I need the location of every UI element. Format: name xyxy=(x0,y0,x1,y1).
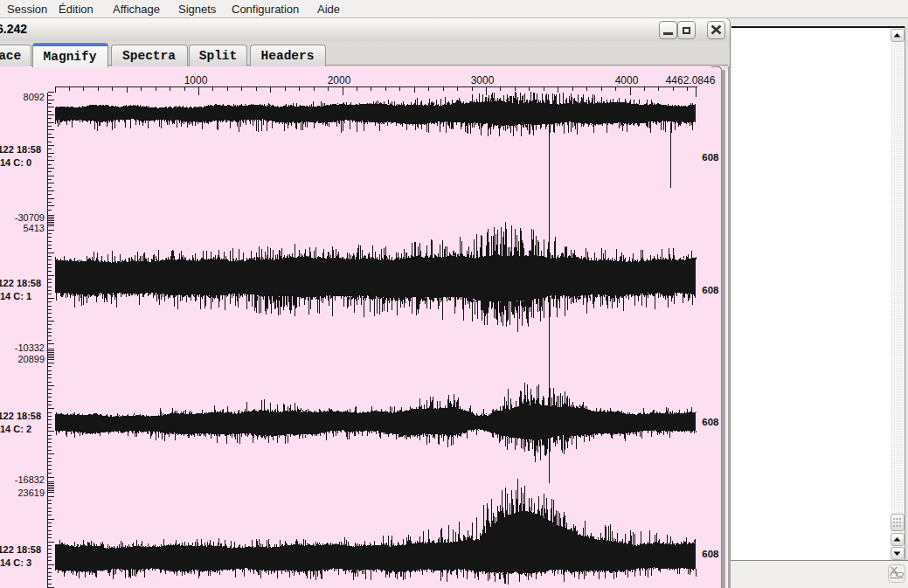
svg-text:14 C: 3: 14 C: 3 xyxy=(0,557,31,568)
svg-text:23619: 23619 xyxy=(17,488,45,498)
svg-text:122 18:58: 122 18:58 xyxy=(0,411,41,421)
svg-text:122 18:58: 122 18:58 xyxy=(0,144,41,155)
svg-text:608: 608 xyxy=(702,285,719,295)
svg-text:2000: 2000 xyxy=(328,74,351,86)
svg-text:608: 608 xyxy=(702,152,719,163)
svg-text:14 C: 0: 14 C: 0 xyxy=(0,157,31,168)
svg-text:608: 608 xyxy=(702,549,719,559)
svg-text:5413: 5413 xyxy=(24,223,45,233)
svg-text:3000: 3000 xyxy=(471,74,495,86)
svg-text:8092: 8092 xyxy=(24,92,45,102)
svg-text:1000: 1000 xyxy=(184,74,208,86)
svg-text:20899: 20899 xyxy=(17,354,45,364)
svg-text:122 18:58: 122 18:58 xyxy=(0,544,41,555)
svg-text:122 18:58: 122 18:58 xyxy=(0,278,41,288)
svg-text:4000: 4000 xyxy=(615,74,639,86)
svg-text:-16832: -16832 xyxy=(15,474,45,485)
svg-text:14 C: 1: 14 C: 1 xyxy=(0,291,31,301)
svg-text:-10332: -10332 xyxy=(15,342,45,353)
svg-text:14 C: 2: 14 C: 2 xyxy=(0,424,31,434)
svg-text:4462.0846: 4462.0846 xyxy=(666,74,716,86)
svg-text:608: 608 xyxy=(702,417,719,427)
svg-text:-30709: -30709 xyxy=(15,212,45,223)
